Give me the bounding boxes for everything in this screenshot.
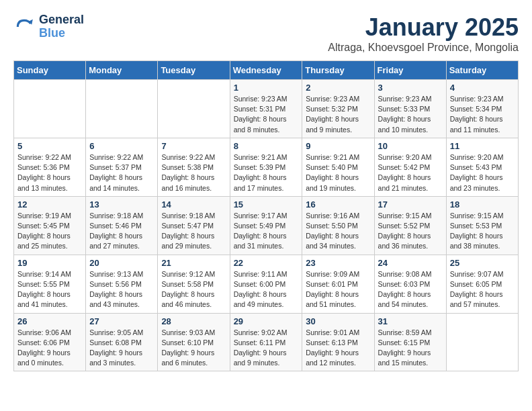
day-info: Sunrise: 9:23 AM Sunset: 5:33 PM Dayligh… <box>378 94 443 135</box>
day-info: Sunrise: 9:03 AM Sunset: 6:10 PM Dayligh… <box>161 328 226 369</box>
day-cell: 13Sunrise: 9:18 AM Sunset: 5:46 PM Dayli… <box>86 196 158 255</box>
day-cell: 11Sunrise: 9:20 AM Sunset: 5:43 PM Dayli… <box>446 138 518 196</box>
day-number: 31 <box>378 316 443 326</box>
day-cell: 27Sunrise: 9:05 AM Sunset: 6:08 PM Dayli… <box>86 313 158 371</box>
day-info: Sunrise: 9:23 AM Sunset: 5:32 PM Dayligh… <box>306 94 370 135</box>
logo-icon <box>13 16 35 38</box>
day-cell: 4Sunrise: 9:23 AM Sunset: 5:34 PM Daylig… <box>446 80 518 138</box>
header-saturday: Saturday <box>446 61 518 80</box>
day-number: 3 <box>378 83 443 93</box>
day-info: Sunrise: 9:17 AM Sunset: 5:49 PM Dayligh… <box>234 211 299 252</box>
day-cell: 9Sunrise: 9:21 AM Sunset: 5:40 PM Daylig… <box>302 138 374 196</box>
day-cell: 7Sunrise: 9:22 AM Sunset: 5:38 PM Daylig… <box>158 138 230 196</box>
day-cell: 15Sunrise: 9:17 AM Sunset: 5:49 PM Dayli… <box>230 196 302 255</box>
page-header: General Blue January 2025 Altraga, Khoev… <box>13 13 519 54</box>
day-info: Sunrise: 9:14 AM Sunset: 5:55 PM Dayligh… <box>17 269 82 310</box>
day-number: 4 <box>450 83 515 93</box>
day-cell: 12Sunrise: 9:19 AM Sunset: 5:45 PM Dayli… <box>14 196 86 255</box>
day-number: 10 <box>378 141 443 151</box>
day-info: Sunrise: 9:08 AM Sunset: 6:03 PM Dayligh… <box>378 269 443 310</box>
day-info: Sunrise: 9:09 AM Sunset: 6:01 PM Dayligh… <box>306 269 370 310</box>
day-number: 20 <box>89 258 154 268</box>
day-info: Sunrise: 9:15 AM Sunset: 5:52 PM Dayligh… <box>378 211 443 252</box>
day-cell: 22Sunrise: 9:11 AM Sunset: 6:00 PM Dayli… <box>230 255 302 313</box>
day-cell: 29Sunrise: 9:02 AM Sunset: 6:11 PM Dayli… <box>230 313 302 371</box>
day-number: 17 <box>378 199 443 210</box>
week-row-3: 19Sunrise: 9:14 AM Sunset: 5:55 PM Dayli… <box>14 255 519 313</box>
day-number: 25 <box>450 258 515 268</box>
header-friday: Friday <box>374 61 446 80</box>
day-cell: 30Sunrise: 9:01 AM Sunset: 6:13 PM Dayli… <box>302 313 374 371</box>
day-number: 6 <box>89 141 154 151</box>
header-sunday: Sunday <box>14 61 86 80</box>
day-cell: 6Sunrise: 9:22 AM Sunset: 5:37 PM Daylig… <box>86 138 158 196</box>
day-info: Sunrise: 9:18 AM Sunset: 5:47 PM Dayligh… <box>161 211 226 252</box>
day-cell: 18Sunrise: 9:15 AM Sunset: 5:53 PM Dayli… <box>446 196 518 255</box>
day-number: 1 <box>234 83 299 93</box>
logo: General Blue <box>13 13 84 40</box>
day-cell <box>14 80 86 138</box>
day-number: 2 <box>306 83 370 93</box>
day-number: 26 <box>17 316 82 326</box>
location-title: Altraga, Khoevsgoel Province, Mongolia <box>328 42 519 54</box>
day-cell: 25Sunrise: 9:07 AM Sunset: 6:05 PM Dayli… <box>446 255 518 313</box>
day-cell: 24Sunrise: 9:08 AM Sunset: 6:03 PM Dayli… <box>374 255 446 313</box>
header-monday: Monday <box>86 61 158 80</box>
day-number: 18 <box>450 199 515 210</box>
day-info: Sunrise: 9:01 AM Sunset: 6:13 PM Dayligh… <box>306 328 370 369</box>
day-info: Sunrise: 9:15 AM Sunset: 5:53 PM Dayligh… <box>450 211 515 252</box>
logo-line2: Blue <box>39 27 84 40</box>
calendar-body: 1Sunrise: 9:23 AM Sunset: 5:31 PM Daylig… <box>14 80 519 371</box>
day-number: 23 <box>306 258 370 268</box>
day-info: Sunrise: 9:21 AM Sunset: 5:39 PM Dayligh… <box>234 152 299 193</box>
day-number: 9 <box>306 141 370 151</box>
day-info: Sunrise: 9:20 AM Sunset: 5:43 PM Dayligh… <box>450 152 515 193</box>
day-info: Sunrise: 9:11 AM Sunset: 6:00 PM Dayligh… <box>234 269 299 310</box>
day-cell: 16Sunrise: 9:16 AM Sunset: 5:50 PM Dayli… <box>302 196 374 255</box>
day-info: Sunrise: 9:22 AM Sunset: 5:37 PM Dayligh… <box>89 152 154 193</box>
day-cell: 1Sunrise: 9:23 AM Sunset: 5:31 PM Daylig… <box>230 80 302 138</box>
day-number: 16 <box>306 199 370 210</box>
day-info: Sunrise: 9:07 AM Sunset: 6:05 PM Dayligh… <box>450 269 515 310</box>
day-number: 5 <box>17 141 82 151</box>
calendar-table: SundayMondayTuesdayWednesdayThursdayFrid… <box>13 60 519 371</box>
header-thursday: Thursday <box>302 61 374 80</box>
header-tuesday: Tuesday <box>158 61 230 80</box>
day-cell: 23Sunrise: 9:09 AM Sunset: 6:01 PM Dayli… <box>302 255 374 313</box>
day-info: Sunrise: 9:23 AM Sunset: 5:34 PM Dayligh… <box>450 94 515 135</box>
day-number: 30 <box>306 316 370 326</box>
day-cell: 20Sunrise: 9:13 AM Sunset: 5:56 PM Dayli… <box>86 255 158 313</box>
day-number: 13 <box>89 199 154 210</box>
day-number: 22 <box>234 258 299 268</box>
day-number: 12 <box>17 199 82 210</box>
day-cell: 19Sunrise: 9:14 AM Sunset: 5:55 PM Dayli… <box>14 255 86 313</box>
day-cell <box>446 313 518 371</box>
day-info: Sunrise: 9:23 AM Sunset: 5:31 PM Dayligh… <box>234 94 299 135</box>
day-cell: 21Sunrise: 9:12 AM Sunset: 5:58 PM Dayli… <box>158 255 230 313</box>
month-title: January 2025 <box>328 13 519 42</box>
day-cell: 31Sunrise: 8:59 AM Sunset: 6:15 PM Dayli… <box>374 313 446 371</box>
day-cell: 14Sunrise: 9:18 AM Sunset: 5:47 PM Dayli… <box>158 196 230 255</box>
day-cell <box>158 80 230 138</box>
day-cell: 17Sunrise: 9:15 AM Sunset: 5:52 PM Dayli… <box>374 196 446 255</box>
day-info: Sunrise: 9:13 AM Sunset: 5:56 PM Dayligh… <box>89 269 154 310</box>
calendar-header: SundayMondayTuesdayWednesdayThursdayFrid… <box>14 61 519 80</box>
day-info: Sunrise: 9:22 AM Sunset: 5:36 PM Dayligh… <box>17 152 82 193</box>
logo-line1: General <box>39 13 84 27</box>
day-cell: 2Sunrise: 9:23 AM Sunset: 5:32 PM Daylig… <box>302 80 374 138</box>
day-number: 15 <box>234 199 299 210</box>
day-cell: 5Sunrise: 9:22 AM Sunset: 5:36 PM Daylig… <box>14 138 86 196</box>
day-number: 29 <box>234 316 299 326</box>
week-row-1: 5Sunrise: 9:22 AM Sunset: 5:36 PM Daylig… <box>14 138 519 196</box>
title-block: January 2025 Altraga, Khoevsgoel Provinc… <box>328 13 519 54</box>
day-info: Sunrise: 9:22 AM Sunset: 5:38 PM Dayligh… <box>161 152 226 193</box>
day-info: Sunrise: 9:12 AM Sunset: 5:58 PM Dayligh… <box>161 269 226 310</box>
week-row-4: 26Sunrise: 9:06 AM Sunset: 6:06 PM Dayli… <box>14 313 519 371</box>
day-cell: 8Sunrise: 9:21 AM Sunset: 5:39 PM Daylig… <box>230 138 302 196</box>
day-cell <box>86 80 158 138</box>
day-number: 27 <box>89 316 154 326</box>
day-info: Sunrise: 8:59 AM Sunset: 6:15 PM Dayligh… <box>378 328 443 369</box>
week-row-2: 12Sunrise: 9:19 AM Sunset: 5:45 PM Dayli… <box>14 196 519 255</box>
day-number: 19 <box>17 258 82 268</box>
week-row-0: 1Sunrise: 9:23 AM Sunset: 5:31 PM Daylig… <box>14 80 519 138</box>
